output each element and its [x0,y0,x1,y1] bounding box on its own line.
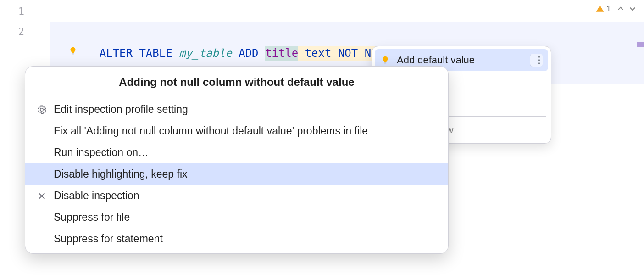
warning-badge[interactable]: 1 [595,4,611,14]
popup-title: Adding not null column without default v… [25,67,448,99]
next-highlight-button[interactable] [627,4,638,14]
line-number: 1 [18,6,24,17]
svg-rect-0 [600,8,600,10]
warning-count: 1 [606,4,611,14]
option-label: Run inspection on… [54,146,149,159]
token [259,47,265,60]
option-run-inspection[interactable]: Run inspection on… [25,142,448,163]
kebab-icon [538,56,540,64]
inspections-widget[interactable]: 1 [595,4,638,14]
identifier: my_table [172,47,232,60]
column-highlight: title [265,46,298,61]
gear-icon [37,105,47,115]
lightbulb-icon [380,55,390,65]
option-disable-inspection[interactable]: Disable inspection [25,185,448,207]
code-editor: 1 2 CREATE TABLE my_table (id int, year … [0,0,644,280]
keyword: ALTER [100,47,133,60]
error-stripe-mark[interactable] [637,42,644,47]
line-number: 2 [18,26,24,37]
svg-rect-3 [384,63,387,64]
svg-rect-1 [600,10,600,11]
intention-bulb[interactable] [68,46,78,56]
option-label: Edit inspection profile setting [54,103,188,116]
option-suppress-statement[interactable]: Suppress for statement [25,228,448,253]
option-label: Suppress for file [54,211,130,224]
option-label: Disable highlighting, keep fix [54,168,188,180]
option-edit-profile[interactable]: Edit inspection profile setting [25,99,448,120]
option-label: Fix all 'Adding not null column without … [54,125,368,137]
svg-rect-2 [72,54,74,55]
option-label: Disable inspection [54,190,139,202]
warning-icon [595,4,605,13]
quick-fix-label: Add default value [397,54,475,66]
inspection-options-popup[interactable]: Adding not null column without default v… [25,66,449,254]
chevron-up-icon [617,5,624,12]
option-fix-all[interactable]: Fix all 'Adding not null column without … [25,120,448,142]
keyword: TABLE [133,47,172,60]
prev-highlight-button[interactable] [616,4,626,14]
lightbulb-icon [68,46,78,56]
option-disable-highlighting[interactable]: Disable highlighting, keep fix [25,163,448,185]
option-label: Suppress for statement [54,233,163,245]
keyword: ADD [232,47,259,60]
more-options-button[interactable] [530,54,543,67]
close-icon [38,192,46,200]
chevron-down-icon [629,5,636,12]
option-suppress-file[interactable]: Suppress for file [25,207,448,228]
